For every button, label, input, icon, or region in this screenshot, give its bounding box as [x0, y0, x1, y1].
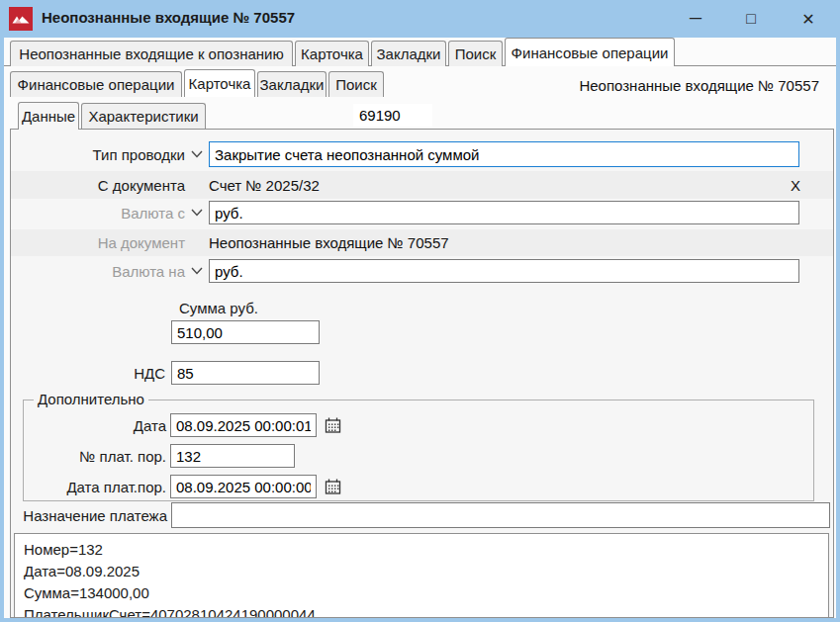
app-window: Неопознанные входящие № 70557 ─ □ ✕ Неоп…: [0, 0, 840, 622]
payment-order-date-input[interactable]: [170, 475, 317, 498]
details-line: ПлательщикСчет=40702810424190000044: [24, 604, 820, 618]
additional-groupbox: Дополнительно Дата № плат. пор. Дата пл: [23, 400, 814, 501]
tab-search-l1[interactable]: Поиск: [448, 41, 503, 66]
additional-groupbox-legend: Дополнительно: [34, 391, 148, 407]
from-document-value: Счет № 2025/32: [209, 172, 320, 198]
tab-financial-operations-l1[interactable]: Финансовые операции: [505, 38, 675, 66]
payment-purpose-label: Назначение платежа: [11, 502, 167, 528]
date-picker-button[interactable]: [324, 416, 342, 435]
tab-search-l2[interactable]: Поиск: [328, 71, 384, 97]
currency-from-dropdown-button[interactable]: [187, 200, 207, 225]
payment-purpose-input[interactable]: [171, 502, 830, 528]
document-header-label: Неопознанные входящие № 70557: [579, 77, 819, 94]
tab-data[interactable]: Данные: [18, 102, 79, 130]
date-label: Дата: [24, 412, 166, 438]
tab-bookmarks-l1[interactable]: Закладки: [371, 41, 446, 66]
tab-card-l2[interactable]: Карточка: [184, 69, 255, 97]
date-input[interactable]: [170, 413, 317, 437]
tab-financial-operations-l2[interactable]: Финансовые операции: [10, 71, 182, 97]
minimize-button[interactable]: ─: [678, 3, 713, 35]
window-title: Неопознанные входящие № 70557: [42, 9, 295, 26]
calendar-icon: [325, 479, 341, 495]
currency-from-input[interactable]: [209, 201, 799, 224]
currency-to-label: Валюта на: [11, 258, 185, 284]
transaction-type-label: Тип проводки: [11, 141, 185, 167]
tab-unidentified-incoming[interactable]: Неопознанные входящие к опознанию: [10, 41, 293, 66]
data-tab-page: Тип проводки С документа Счет № 2025/32 …: [10, 129, 834, 618]
to-document-label: На документ: [11, 229, 185, 255]
amount-label: Сумма руб.: [179, 295, 298, 320]
details-line: Дата=08.09.2025: [24, 561, 820, 582]
currency-to-dropdown-button[interactable]: [187, 258, 207, 284]
details-line: Сумма=134000,00: [24, 582, 820, 604]
to-document-value: Неопознанные входящие № 70557: [209, 229, 449, 255]
close-button[interactable]: ✕: [791, 3, 826, 35]
payment-order-no-input[interactable]: [170, 444, 295, 468]
chevron-down-icon: [191, 267, 203, 275]
payment-details-textbox[interactable]: Номер=132 Дата=08.09.2025 Сумма=134000,0…: [14, 533, 829, 618]
transaction-type-dropdown-button[interactable]: [187, 141, 207, 167]
payment-order-date-picker-button[interactable]: [324, 478, 342, 496]
record-id-field[interactable]: [353, 104, 432, 127]
vat-input[interactable]: [171, 361, 320, 385]
amount-input[interactable]: [171, 320, 320, 344]
maximize-button[interactable]: □: [733, 3, 769, 35]
chevron-down-icon: [191, 209, 203, 217]
tab-bookmarks-l2[interactable]: Закладки: [257, 71, 327, 97]
app-logo-icon: [9, 7, 33, 31]
transaction-type-input[interactable]: [209, 141, 799, 167]
chevron-down-icon: [191, 150, 203, 158]
payment-order-date-label: Дата плат.пор.: [24, 474, 166, 499]
from-document-label: С документа: [11, 172, 185, 198]
tab-characteristics[interactable]: Характеристики: [81, 103, 206, 129]
currency-from-label: Валюта с: [11, 200, 185, 225]
vat-label: НДС: [11, 360, 165, 386]
calendar-icon: [325, 417, 341, 434]
title-bar: Неопознанные входящие № 70557 ─ □ ✕: [0, 0, 840, 38]
clear-from-document-button[interactable]: X: [785, 172, 806, 198]
currency-to-input[interactable]: [209, 259, 799, 283]
details-line: Номер=132: [24, 539, 820, 561]
payment-order-no-label: № плат. пор.: [24, 443, 166, 469]
tab-card-l1[interactable]: Карточка: [295, 41, 369, 66]
